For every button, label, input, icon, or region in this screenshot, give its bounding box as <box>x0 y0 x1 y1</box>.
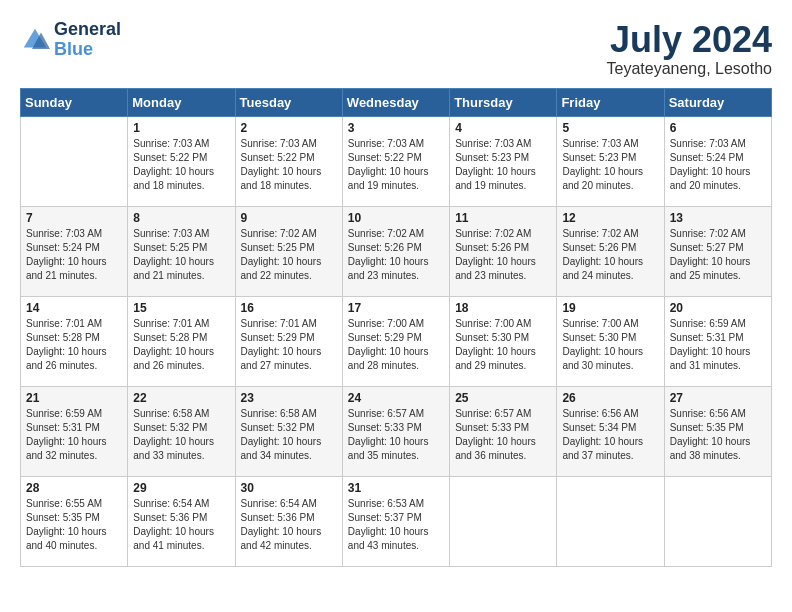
day-info: Sunrise: 7:02 AM Sunset: 5:25 PM Dayligh… <box>241 227 337 283</box>
calendar-cell: 31Sunrise: 6:53 AM Sunset: 5:37 PM Dayli… <box>342 476 449 566</box>
weekday-header-row: SundayMondayTuesdayWednesdayThursdayFrid… <box>21 88 772 116</box>
day-info: Sunrise: 7:03 AM Sunset: 5:23 PM Dayligh… <box>562 137 658 193</box>
day-info: Sunrise: 7:02 AM Sunset: 5:26 PM Dayligh… <box>348 227 444 283</box>
day-number: 6 <box>670 121 766 135</box>
calendar-cell: 5Sunrise: 7:03 AM Sunset: 5:23 PM Daylig… <box>557 116 664 206</box>
day-info: Sunrise: 7:03 AM Sunset: 5:22 PM Dayligh… <box>133 137 229 193</box>
logo: General Blue <box>20 20 121 60</box>
weekday-header-friday: Friday <box>557 88 664 116</box>
day-number: 8 <box>133 211 229 225</box>
day-number: 19 <box>562 301 658 315</box>
calendar-cell: 18Sunrise: 7:00 AM Sunset: 5:30 PM Dayli… <box>450 296 557 386</box>
week-row-5: 28Sunrise: 6:55 AM Sunset: 5:35 PM Dayli… <box>21 476 772 566</box>
day-number: 22 <box>133 391 229 405</box>
day-info: Sunrise: 6:57 AM Sunset: 5:33 PM Dayligh… <box>455 407 551 463</box>
day-number: 30 <box>241 481 337 495</box>
day-info: Sunrise: 7:01 AM Sunset: 5:29 PM Dayligh… <box>241 317 337 373</box>
weekday-header-wednesday: Wednesday <box>342 88 449 116</box>
week-row-1: 1Sunrise: 7:03 AM Sunset: 5:22 PM Daylig… <box>21 116 772 206</box>
calendar-cell: 27Sunrise: 6:56 AM Sunset: 5:35 PM Dayli… <box>664 386 771 476</box>
calendar-cell <box>664 476 771 566</box>
calendar-cell: 20Sunrise: 6:59 AM Sunset: 5:31 PM Dayli… <box>664 296 771 386</box>
day-info: Sunrise: 7:00 AM Sunset: 5:30 PM Dayligh… <box>455 317 551 373</box>
day-number: 4 <box>455 121 551 135</box>
day-info: Sunrise: 6:58 AM Sunset: 5:32 PM Dayligh… <box>133 407 229 463</box>
calendar-cell: 15Sunrise: 7:01 AM Sunset: 5:28 PM Dayli… <box>128 296 235 386</box>
day-info: Sunrise: 6:54 AM Sunset: 5:36 PM Dayligh… <box>133 497 229 553</box>
day-info: Sunrise: 7:02 AM Sunset: 5:26 PM Dayligh… <box>455 227 551 283</box>
calendar-cell: 30Sunrise: 6:54 AM Sunset: 5:36 PM Dayli… <box>235 476 342 566</box>
day-info: Sunrise: 7:02 AM Sunset: 5:27 PM Dayligh… <box>670 227 766 283</box>
day-number: 23 <box>241 391 337 405</box>
calendar-cell: 16Sunrise: 7:01 AM Sunset: 5:29 PM Dayli… <box>235 296 342 386</box>
calendar-cell: 23Sunrise: 6:58 AM Sunset: 5:32 PM Dayli… <box>235 386 342 476</box>
day-number: 14 <box>26 301 122 315</box>
calendar-cell: 9Sunrise: 7:02 AM Sunset: 5:25 PM Daylig… <box>235 206 342 296</box>
weekday-header-thursday: Thursday <box>450 88 557 116</box>
day-number: 5 <box>562 121 658 135</box>
calendar-cell: 19Sunrise: 7:00 AM Sunset: 5:30 PM Dayli… <box>557 296 664 386</box>
week-row-3: 14Sunrise: 7:01 AM Sunset: 5:28 PM Dayli… <box>21 296 772 386</box>
calendar-cell: 10Sunrise: 7:02 AM Sunset: 5:26 PM Dayli… <box>342 206 449 296</box>
day-number: 20 <box>670 301 766 315</box>
calendar-cell: 12Sunrise: 7:02 AM Sunset: 5:26 PM Dayli… <box>557 206 664 296</box>
day-number: 31 <box>348 481 444 495</box>
week-row-2: 7Sunrise: 7:03 AM Sunset: 5:24 PM Daylig… <box>21 206 772 296</box>
day-info: Sunrise: 6:56 AM Sunset: 5:34 PM Dayligh… <box>562 407 658 463</box>
day-info: Sunrise: 6:56 AM Sunset: 5:35 PM Dayligh… <box>670 407 766 463</box>
day-info: Sunrise: 7:03 AM Sunset: 5:25 PM Dayligh… <box>133 227 229 283</box>
calendar-cell <box>557 476 664 566</box>
day-number: 29 <box>133 481 229 495</box>
calendar-cell: 21Sunrise: 6:59 AM Sunset: 5:31 PM Dayli… <box>21 386 128 476</box>
day-number: 10 <box>348 211 444 225</box>
day-info: Sunrise: 7:03 AM Sunset: 5:22 PM Dayligh… <box>241 137 337 193</box>
day-number: 1 <box>133 121 229 135</box>
calendar-cell: 28Sunrise: 6:55 AM Sunset: 5:35 PM Dayli… <box>21 476 128 566</box>
day-number: 11 <box>455 211 551 225</box>
week-row-4: 21Sunrise: 6:59 AM Sunset: 5:31 PM Dayli… <box>21 386 772 476</box>
day-info: Sunrise: 7:01 AM Sunset: 5:28 PM Dayligh… <box>133 317 229 373</box>
day-info: Sunrise: 7:03 AM Sunset: 5:24 PM Dayligh… <box>670 137 766 193</box>
day-number: 12 <box>562 211 658 225</box>
calendar-cell: 13Sunrise: 7:02 AM Sunset: 5:27 PM Dayli… <box>664 206 771 296</box>
day-info: Sunrise: 6:59 AM Sunset: 5:31 PM Dayligh… <box>26 407 122 463</box>
day-number: 26 <box>562 391 658 405</box>
day-number: 24 <box>348 391 444 405</box>
calendar-cell: 2Sunrise: 7:03 AM Sunset: 5:22 PM Daylig… <box>235 116 342 206</box>
day-info: Sunrise: 7:00 AM Sunset: 5:29 PM Dayligh… <box>348 317 444 373</box>
day-number: 3 <box>348 121 444 135</box>
calendar-cell: 26Sunrise: 6:56 AM Sunset: 5:34 PM Dayli… <box>557 386 664 476</box>
day-info: Sunrise: 7:01 AM Sunset: 5:28 PM Dayligh… <box>26 317 122 373</box>
page-header: General Blue July 2024 Teyateyaneng, Les… <box>20 20 772 78</box>
calendar-cell: 29Sunrise: 6:54 AM Sunset: 5:36 PM Dayli… <box>128 476 235 566</box>
day-info: Sunrise: 6:53 AM Sunset: 5:37 PM Dayligh… <box>348 497 444 553</box>
calendar-cell: 6Sunrise: 7:03 AM Sunset: 5:24 PM Daylig… <box>664 116 771 206</box>
day-number: 25 <box>455 391 551 405</box>
day-number: 27 <box>670 391 766 405</box>
calendar-cell: 24Sunrise: 6:57 AM Sunset: 5:33 PM Dayli… <box>342 386 449 476</box>
day-info: Sunrise: 6:59 AM Sunset: 5:31 PM Dayligh… <box>670 317 766 373</box>
calendar-cell: 8Sunrise: 7:03 AM Sunset: 5:25 PM Daylig… <box>128 206 235 296</box>
logo-icon <box>20 25 50 55</box>
day-info: Sunrise: 6:54 AM Sunset: 5:36 PM Dayligh… <box>241 497 337 553</box>
weekday-header-monday: Monday <box>128 88 235 116</box>
location-title: Teyateyaneng, Lesotho <box>607 60 772 78</box>
day-number: 9 <box>241 211 337 225</box>
weekday-header-sunday: Sunday <box>21 88 128 116</box>
day-number: 28 <box>26 481 122 495</box>
logo-text: General Blue <box>54 20 121 60</box>
day-info: Sunrise: 6:55 AM Sunset: 5:35 PM Dayligh… <box>26 497 122 553</box>
day-number: 7 <box>26 211 122 225</box>
day-number: 13 <box>670 211 766 225</box>
calendar-cell: 11Sunrise: 7:02 AM Sunset: 5:26 PM Dayli… <box>450 206 557 296</box>
month-title: July 2024 <box>607 20 772 60</box>
title-block: July 2024 Teyateyaneng, Lesotho <box>607 20 772 78</box>
day-number: 16 <box>241 301 337 315</box>
day-number: 21 <box>26 391 122 405</box>
day-info: Sunrise: 7:02 AM Sunset: 5:26 PM Dayligh… <box>562 227 658 283</box>
calendar-cell: 14Sunrise: 7:01 AM Sunset: 5:28 PM Dayli… <box>21 296 128 386</box>
weekday-header-tuesday: Tuesday <box>235 88 342 116</box>
calendar-cell <box>21 116 128 206</box>
day-number: 2 <box>241 121 337 135</box>
day-number: 15 <box>133 301 229 315</box>
